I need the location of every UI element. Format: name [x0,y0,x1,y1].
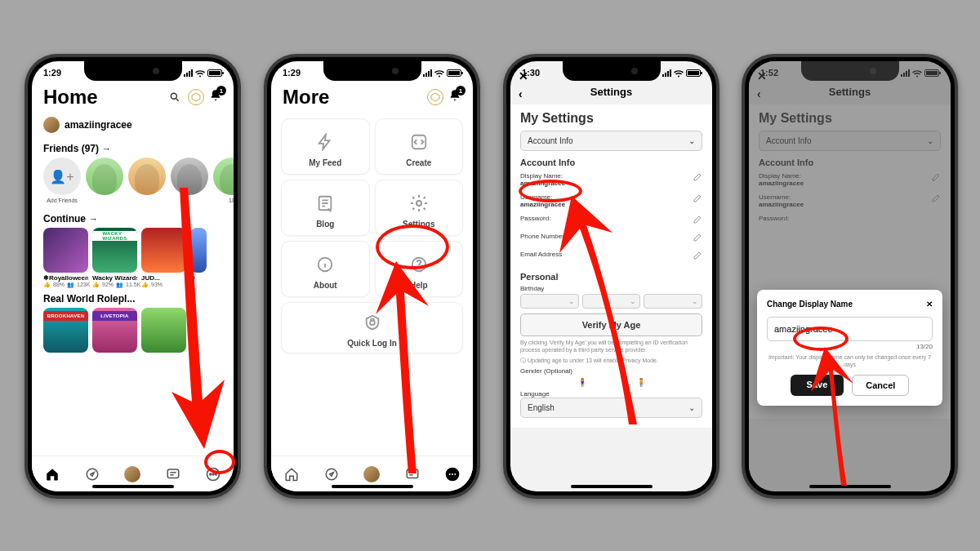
code-icon [408,131,430,153]
realworld-row[interactable]: BROOKHAVEN LIVETOPIA [32,308,234,353]
more-item-about[interactable]: About [281,241,370,297]
more-item-quicklogin[interactable]: Quick Log In [281,302,463,353]
notifications-icon[interactable]: 1 [448,89,461,105]
char-counter: 13/20 [767,343,933,350]
friend-item[interactable] [171,158,208,203]
svg-point-19 [452,473,453,475]
status-time: 1:29 [283,68,301,78]
gender-female-icon[interactable]: 🧍‍♀️ [577,378,587,387]
robux-icon[interactable] [188,89,204,105]
tab-avatar-icon[interactable] [362,464,381,484]
more-item-settings[interactable]: Settings [375,180,464,236]
tab-more-icon[interactable] [443,464,462,484]
displayname-input[interactable] [767,317,933,341]
add-friends-icon: 👤+ [43,158,81,195]
language-dropdown[interactable]: English⌄ [520,398,702,418]
friends-list[interactable]: 👤+ Add Friends 18 [32,158,234,207]
back-icon[interactable]: ‹ [519,87,523,100]
close-icon[interactable]: ✕ [926,300,933,309]
more-item-create[interactable]: Create [375,118,464,175]
wifi-icon [674,69,684,77]
game-tile[interactable]: WACKYWIZARDSWacky Wizards👍92%👥11.5K [92,228,137,288]
header-title: Settings [590,86,632,98]
modal-backdrop[interactable] [749,61,951,491]
page-title: Home [43,86,98,109]
username: amaziingracee [65,119,132,131]
gender-male-icon[interactable]: 🧍 [636,378,646,387]
home-indicator[interactable] [332,485,413,488]
svg-marker-8 [431,93,439,101]
save-button[interactable]: Save [791,375,844,396]
search-icon[interactable] [167,89,183,105]
signal-icon [662,69,671,77]
tab-avatar-icon[interactable] [122,464,142,484]
row-phone: Phone Number [520,231,702,249]
game-tile[interactable] [141,308,186,353]
add-friends-button[interactable]: 👤+ Add Friends [43,158,81,203]
chevron-down-icon: ⌄ [688,136,695,145]
continue-header[interactable]: Continue [43,213,222,224]
svg-point-5 [210,473,212,475]
game-tile[interactable]: BROOKHAVEN [43,308,88,353]
notifications-icon[interactable]: 1 [209,89,222,105]
verify-age-button[interactable]: Verify My Age [520,313,702,336]
birthday-day[interactable]: ⌄ [582,294,641,309]
cancel-button[interactable]: Cancel [852,375,909,396]
edit-icon[interactable] [693,215,702,226]
gender-row[interactable]: 🧍‍♀️🧍 [520,375,702,390]
settings-screen: 1:30 ✕ amaziingracee: 13+ ‹ Settings My … [510,61,712,491]
home-indicator[interactable] [809,485,891,488]
status-time: 1:30 [522,68,540,78]
edit-icon[interactable] [693,251,702,262]
birthday-month[interactable]: ⌄ [520,294,579,309]
tab-discover-icon[interactable] [82,464,102,484]
modal-note: Important: Your display name can only be… [767,353,933,368]
tab-discover-icon[interactable] [322,464,341,484]
verify-note: By clicking 'Verify My Age' you will be … [520,339,702,353]
tab-home-icon[interactable] [282,464,301,484]
robux-icon[interactable] [427,89,443,105]
game-tile[interactable]: JUD...👍93% [141,228,186,288]
game-tile[interactable]: ❄Royalloween ...👍88%👥123K [43,228,88,288]
continue-row[interactable]: ❄Royalloween ...👍88%👥123K WACKYWIZARDSWa… [32,228,234,288]
friend-item[interactable] [86,158,123,203]
svg-rect-14 [370,321,375,325]
change-displayname-modal: Change Display Name ✕ 13/20 Important: Y… [757,290,942,406]
user-row[interactable]: amaziingracee [32,113,234,136]
birthday-year[interactable]: ⌄ [644,294,702,309]
blog-icon [314,192,336,215]
game-tile[interactable]: LIVETOPIA [92,308,137,353]
svg-rect-3 [167,469,179,478]
section-dropdown[interactable]: Account Info⌄ [520,131,702,151]
tab-chat-icon[interactable] [403,464,422,484]
birthday-selectors[interactable]: ⌄ ⌄ ⌄ [520,294,702,309]
svg-point-6 [212,473,214,475]
svg-rect-16 [407,469,418,478]
more-item-blog[interactable]: Blog [281,180,370,236]
home-indicator[interactable] [92,485,174,488]
game-tile[interactable]: D [190,228,207,288]
tab-more-icon[interactable] [203,464,223,484]
help-icon [408,253,430,276]
battery-icon [686,69,701,77]
realworld-header[interactable]: Real World Rolepl... [43,293,222,304]
svg-marker-1 [192,93,200,101]
edit-icon[interactable] [693,193,702,205]
battery-icon [207,69,222,77]
friend-item[interactable] [128,158,166,203]
avatar [43,117,60,133]
edit-icon[interactable] [693,172,702,184]
info-icon [314,253,336,276]
edit-icon[interactable] [693,233,702,244]
svg-point-20 [455,473,457,475]
tab-home-icon[interactable] [42,464,62,484]
home-indicator[interactable] [571,485,653,488]
friends-header[interactable]: Friends (97) [43,143,222,154]
more-item-myfeed[interactable]: My Feed [281,118,370,175]
friend-item[interactable]: 18 [213,158,234,203]
wifi-icon [195,69,205,77]
more-item-help[interactable]: Help [375,241,464,297]
row-displayname: Display Name:amaziingracee [520,171,702,192]
svg-point-18 [449,473,451,475]
tab-chat-icon[interactable] [163,464,183,484]
